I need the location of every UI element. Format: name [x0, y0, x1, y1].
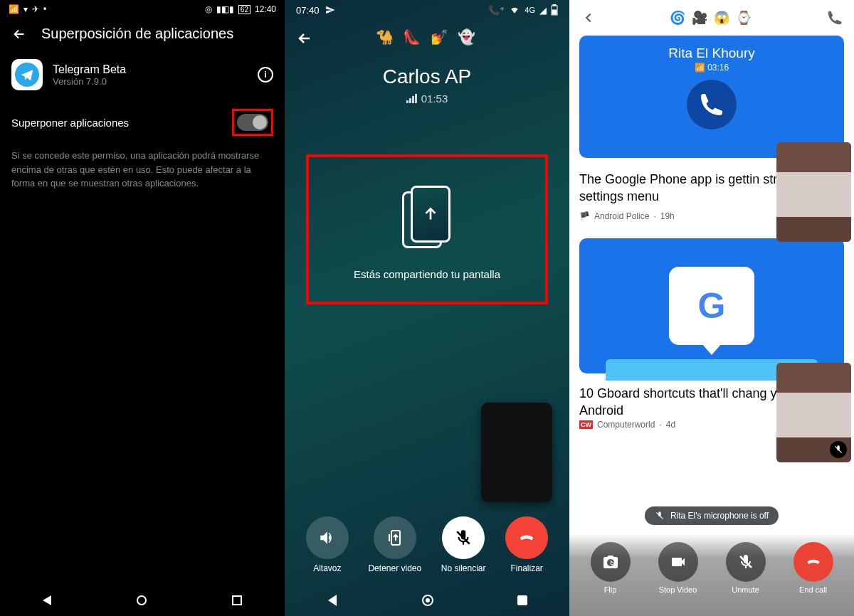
unmute-button[interactable]: No silenciar	[441, 516, 486, 573]
app-row: Telegram Beta Versión 7.9.0 i	[0, 49, 285, 100]
toggle-label: Superponer aplicaciones	[11, 117, 129, 129]
call-duration: 01:53	[285, 92, 569, 105]
android-navbar	[285, 585, 569, 616]
highlight-box	[232, 109, 273, 136]
permission-description: Si se concede este permiso, una aplicaci…	[0, 144, 285, 195]
nav-home-icon[interactable]	[137, 595, 147, 605]
source-icon: 🏴	[579, 211, 590, 221]
call-icon: 📞⁺	[488, 5, 505, 16]
battery-icon	[551, 4, 558, 16]
overlay-toggle[interactable]	[237, 114, 268, 131]
flip-camera-button[interactable]: Flip	[591, 542, 631, 594]
phone-icon[interactable]	[827, 10, 843, 26]
svg-rect-2	[552, 10, 557, 14]
speaker-button[interactable]: Altavoz	[306, 516, 349, 573]
dot-icon: •	[43, 4, 46, 14]
status-time: 12:40	[255, 4, 276, 14]
article-age: 4d	[666, 420, 675, 430]
caller-card: Rita El Khoury 📶 03:16	[579, 36, 844, 158]
call-duration: 📶 03:16	[579, 63, 844, 73]
nav-back-icon[interactable]	[328, 595, 337, 606]
back-icon[interactable]	[296, 30, 313, 47]
vibrate-icon: ▮◧▮	[216, 4, 234, 14]
screen-telegram-call: 07:40 📞⁺ 4G ◢ 🐪 👠 💅 👻	[285, 0, 569, 616]
signal-icon: 📶	[9, 4, 19, 14]
status-bar: 07:40 📞⁺ 4G ◢	[285, 0, 569, 20]
send-icon	[325, 5, 335, 15]
back-icon[interactable]	[11, 26, 27, 42]
screen-settings-overlay: 📶 ▾ ✈ • ◎ ▮◧▮ 62 12:40 Superposición de …	[0, 0, 285, 616]
stop-video-button[interactable]: Detener video	[368, 516, 421, 573]
svg-rect-1	[553, 4, 556, 6]
back-icon[interactable]	[581, 10, 596, 26]
eye-icon: ◎	[205, 4, 212, 14]
end-call-button[interactable]: Finalizar	[505, 516, 548, 573]
phone-app-icon	[687, 80, 737, 129]
nav-recent-icon[interactable]	[517, 595, 527, 605]
article-source: Android Police	[594, 211, 649, 221]
wifi-icon: ▾	[23, 4, 28, 14]
unmute-button[interactable]: Unmute	[726, 542, 766, 594]
nav-home-icon[interactable]	[422, 595, 433, 606]
screen-share-indicator[interactable]: Estás compartiendo tu pantalla	[306, 154, 548, 304]
screen-share-text: Estás compartiendo tu pantalla	[323, 268, 531, 280]
telegram-icon	[11, 59, 43, 90]
status-time: 07:40	[296, 5, 320, 16]
nav-recent-icon[interactable]	[232, 595, 242, 605]
status-bar: 📶 ▾ ✈ • ◎ ▮◧▮ 62 12:40	[0, 0, 285, 18]
remote-video-pip[interactable]	[776, 142, 851, 242]
end-call-button[interactable]: End call	[794, 542, 833, 594]
info-icon[interactable]: i	[258, 67, 273, 83]
article-source: Computerworld	[597, 420, 655, 430]
page-title: Superposición de aplicaciones	[41, 26, 233, 42]
nav-back-icon[interactable]	[43, 595, 51, 605]
send-icon: ✈	[32, 4, 39, 14]
mic-off-icon	[830, 441, 847, 458]
battery-icon: 62	[238, 5, 251, 14]
mic-off-notice: Rita El's microphone is off	[645, 506, 779, 525]
network-label: 4G	[524, 6, 535, 14]
caller-name: Carlos AP	[285, 65, 569, 88]
signal-icon: ◢	[539, 5, 547, 16]
caller-name: Rita El Khoury	[579, 46, 844, 61]
app-name: Telegram Beta	[53, 63, 248, 76]
self-video-pip[interactable]	[776, 363, 851, 462]
screen-duo-call: 🌀 🎥 😱 ⌚ Rita El Khoury 📶 03:16 The Googl…	[569, 0, 854, 616]
source-icon: CW	[579, 420, 593, 429]
signal-bars-icon	[406, 94, 417, 103]
app-version: Versión 7.9.0	[53, 76, 248, 87]
wifi-icon	[509, 5, 520, 15]
article-age: 19h	[660, 211, 675, 221]
article-image-card: G	[579, 238, 844, 373]
self-preview[interactable]	[481, 403, 552, 502]
call-emojis: 🐪 👠 💅 👻	[376, 28, 479, 46]
android-navbar	[0, 585, 285, 616]
screen-share-icon	[402, 186, 452, 250]
call-emojis: 🌀 🎥 😱 ⌚	[596, 10, 827, 26]
stop-video-button[interactable]: Stop Video	[658, 542, 698, 594]
google-logo-icon: G	[698, 285, 726, 326]
